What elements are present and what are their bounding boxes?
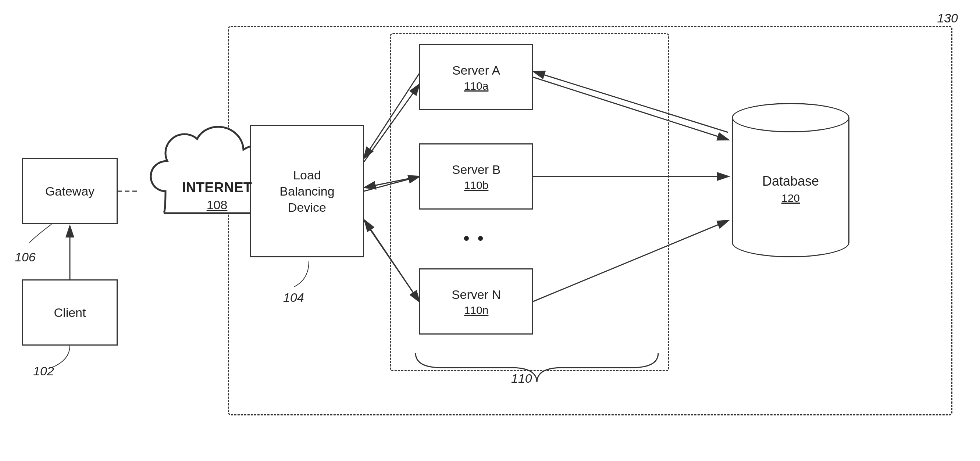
server-n-sublabel: 110n [464,304,489,316]
server-b-label: Server B [452,161,501,178]
server-n-box: Server N 110n [419,269,533,335]
server-b-sublabel: 110b [464,179,489,192]
server-a-label: Server A [452,62,500,78]
ref-102: 102 [33,364,54,378]
db-top-ellipse [732,103,850,132]
gateway-label: Gateway [45,183,94,199]
lbd-label-line3: Device [288,199,326,215]
client-box: Client [22,280,118,346]
db-body [732,118,850,243]
lbd-label-line1: Load [293,167,321,183]
label-130: 130 [937,11,958,25]
server-a-sublabel: 110a [464,80,489,92]
server-a-box: Server A 110a [419,44,533,110]
db-bottom-ellipse [732,228,850,258]
server-b-box: Server B 110b [419,143,533,210]
dots-separator: • • [463,228,485,248]
gateway-box: Gateway [22,158,118,224]
load-balancer-box: Load Balancing Device [250,125,364,258]
ref-110: 110 [511,371,532,386]
diagram-container: 130 [0,0,980,461]
lbd-label-line2: Balancing [280,183,334,199]
ref-106: 106 [15,250,36,264]
database-shape [728,95,853,265]
ref-104: 104 [283,291,304,305]
server-n-label: Server N [452,286,501,302]
client-label: Client [54,304,86,321]
